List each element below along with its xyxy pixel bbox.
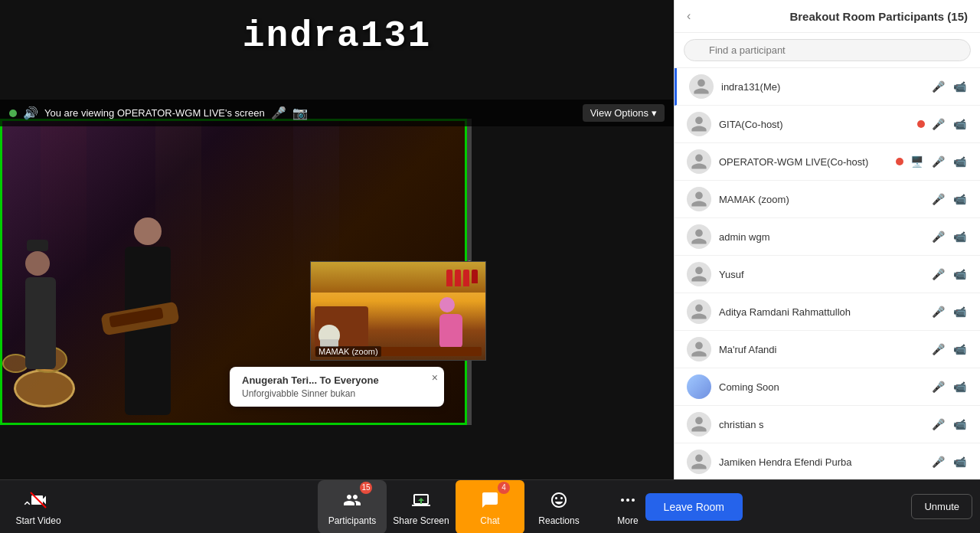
participant-controls: 🎤 📹 [929, 266, 968, 283]
participant-name: MAMAK (zoom) [719, 194, 922, 205]
chevron-down-icon: ▾ [652, 107, 657, 119]
chat-notification-sender: Anugerah Teri... To Everyone [242, 374, 432, 386]
participant-search-input[interactable] [684, 39, 971, 61]
mamak-game-display [311, 262, 485, 360]
reactions-button[interactable]: Reactions [524, 480, 593, 534]
video-off-icon: 📹 [951, 78, 968, 95]
participant-controls: 🎤 📹 [929, 453, 968, 470]
mic-muted-icon: 🎤 [929, 266, 946, 283]
participant-name: GITA(Co-host) [719, 119, 910, 130]
participant-name: Coming Soon [719, 381, 922, 393]
video-off-icon: 📹 [951, 416, 968, 433]
table-row: MAMAK (zoom) 🎤 📹 [675, 181, 980, 218]
camera-icon-banner: 📷 [292, 106, 308, 120]
main-content-area: indra131 🔊 You are viewing OPERATOR-WGM … [0, 0, 980, 479]
participant-name: christian s [719, 419, 922, 430]
participant-controls: 🎤 📹 [929, 228, 968, 245]
monitor-icon: 🖥️ [908, 153, 925, 170]
panel-collapse-icon[interactable]: ‹ [687, 9, 691, 23]
unmute-button[interactable]: Unmute [911, 494, 972, 519]
participant-name: Jamiken Hendra Efendi Purba [719, 456, 922, 468]
table-row: Aditya Ramdani Rahmattulloh 🎤 📹 [675, 293, 980, 331]
participant-controls: 🎤 📹 [929, 191, 968, 208]
share-screen-button[interactable]: Share Screen [387, 480, 456, 534]
start-video-button[interactable]: Start Video [8, 480, 69, 534]
table-row: GITA(Co-host) 🎤 📹 [675, 106, 980, 143]
mic-on-icon: 🎤 [929, 116, 946, 132]
participants-label: Participants [328, 515, 377, 526]
avatar [687, 374, 711, 399]
avatar [687, 337, 711, 361]
screen-share-banner: 🔊 You are viewing OPERATOR-WGM LIVE's sc… [0, 100, 674, 126]
video-off-icon: 📹 [951, 153, 968, 170]
participant-name: OPERATOR-WGM LIVE(Co-host) [719, 156, 888, 168]
reactions-label: Reactions [538, 515, 579, 526]
toolbar-left: ⌃ Start Video [8, 480, 69, 534]
video-off-icon: 📹 [951, 453, 968, 470]
participant-name: admin wgm [719, 231, 922, 243]
participant-name: Ma'ruf Afandi [719, 344, 922, 355]
participants-icon: 15 [340, 488, 364, 512]
svg-point-1 [621, 499, 624, 502]
view-options-button[interactable]: View Options ▾ [583, 104, 665, 122]
leave-room-button[interactable]: Leave Room [645, 493, 743, 521]
share-screen-label: Share Screen [393, 515, 449, 526]
video-on-icon: 📹 [951, 191, 968, 208]
svg-point-3 [632, 499, 635, 502]
start-video-label: Start Video [15, 515, 60, 526]
mamak-thumbnail: MAMAK (zoom) [310, 261, 486, 361]
participants-button[interactable]: 15 Participants [318, 480, 387, 534]
participants-badge: 15 [360, 482, 372, 494]
video-off-icon: 📹 [951, 303, 968, 320]
panel-header: ‹ Breakout Room Participants (15) [675, 0, 980, 33]
chat-button[interactable]: 4 Chat [456, 480, 524, 534]
table-row: OPERATOR-WGM LIVE(Co-host) 🖥️ 🎤 📹 [675, 143, 980, 181]
speaker-icon: 🔊 [23, 106, 38, 120]
chat-label: Chat [480, 515, 499, 526]
mic-muted-icon: 🎤 [929, 303, 946, 320]
video-area: indra131 🔊 You are viewing OPERATOR-WGM … [0, 0, 674, 479]
avatar [687, 149, 711, 174]
avatar [687, 412, 711, 437]
participant-name: indra131(Me) [721, 81, 922, 93]
participant-controls: 🎤 📹 [929, 78, 968, 95]
avatar [687, 224, 711, 249]
table-row: Coming Soon 🎤 📹 [675, 368, 980, 406]
panel-title: Breakout Room Participants (15) [789, 10, 968, 23]
table-row: Yusuf 🎤 📹 [675, 256, 980, 293]
avatar [689, 74, 714, 99]
screen-share-text: You are viewing OPERATOR-WGM LIVE's scre… [44, 107, 265, 119]
participant-controls: 🎤 📹 [929, 303, 968, 320]
participant-controls: 🎤 📹 [929, 416, 968, 433]
reactions-icon [547, 488, 571, 512]
share-screen-icon [409, 488, 433, 512]
svg-point-2 [626, 499, 629, 502]
mic-muted-icon: 🎤 [929, 228, 946, 245]
table-row: admin wgm 🎤 📹 [675, 218, 980, 256]
participant-controls: 🎤 📹 [929, 378, 968, 395]
chat-badge: 4 [498, 482, 510, 494]
screen-share-indicator [9, 110, 17, 117]
table-row: christian s 🎤 📹 [675, 406, 980, 443]
chat-notification-close[interactable]: × [432, 371, 438, 384]
avatar [687, 450, 711, 474]
participants-list: indra131(Me) 🎤 📹 GITA(Co-host) 🎤 📹 [675, 68, 980, 479]
participant-name: Aditya Ramdani Rahmattulloh [719, 306, 922, 318]
mic-muted-icon: 🎤 [929, 153, 946, 170]
participant-controls: 🎤 📹 [917, 116, 968, 132]
toolbar: ⌃ Start Video 15 Participants [0, 479, 980, 533]
mic-muted-icon: 🎤 [929, 341, 946, 358]
participant-controls: 🎤 📹 [929, 341, 968, 358]
search-bar-container: 🔍 [675, 33, 980, 68]
camera-off-icon [26, 488, 51, 512]
presenter-title: indra131 [243, 15, 431, 57]
avatar [687, 299, 711, 324]
mic-muted-icon: 🎤 [929, 78, 946, 95]
chat-icon: 4 [478, 488, 502, 512]
chat-notification-message: Unforgivabble Sinner bukan [242, 388, 432, 399]
video-off-icon: 📹 [951, 266, 968, 283]
video-off-icon: 📹 [951, 378, 968, 395]
video-off-icon: 📹 [951, 341, 968, 358]
chat-notification: × Anugerah Teri... To Everyone Unforgiva… [230, 367, 444, 407]
more-label: More [617, 515, 638, 526]
